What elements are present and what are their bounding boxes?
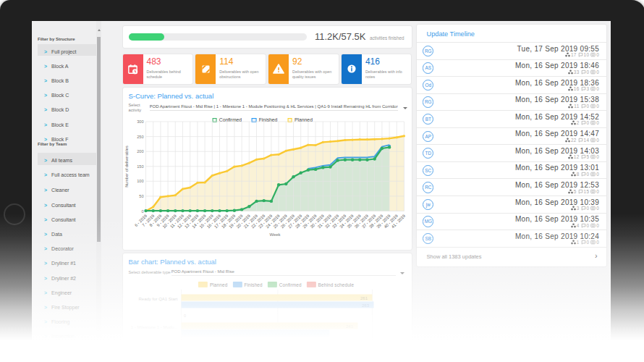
- svg-text:261: 261: [360, 296, 368, 300]
- svg-text:Number of deliverables: Number of deliverables: [124, 146, 129, 188]
- svg-text:241: 241: [345, 324, 353, 329]
- svg-text:250: 250: [137, 135, 143, 139]
- svg-text:0: 0: [141, 209, 143, 214]
- svg-text:150: 150: [137, 164, 143, 169]
- svg-text:263: 263: [361, 303, 369, 308]
- svg-text:0: 0: [184, 313, 186, 318]
- svg-text:100: 100: [137, 179, 143, 183]
- svg-text:Week: Week: [269, 232, 281, 237]
- svg-text:300: 300: [137, 119, 143, 124]
- svg-text:50: 50: [139, 194, 143, 198]
- svg-text:200: 200: [137, 149, 143, 153]
